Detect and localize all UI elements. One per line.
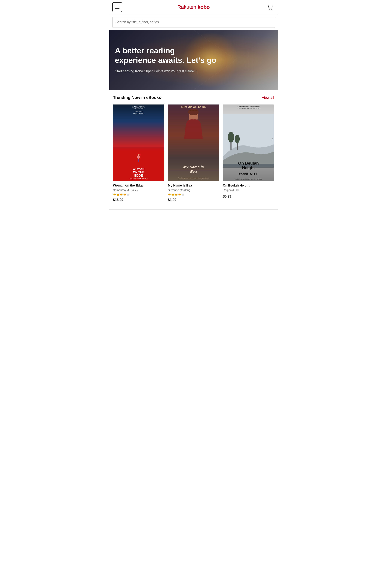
book-author-1: Samantha M. Bailey	[113, 189, 164, 191]
book-price-3: $0.99	[223, 195, 274, 198]
book-cover-taglines-1: SHE GAVE YOU HER BABY AND THEN SHE JUMPE…	[113, 106, 164, 115]
trending-section: Trending Now in eBooks View all SHE GAVE…	[109, 90, 278, 206]
trending-header: Trending Now in eBooks View all	[113, 95, 274, 100]
svg-rect-14	[139, 156, 140, 158]
svg-point-25	[235, 135, 240, 143]
star-1-1: ★	[113, 193, 116, 196]
menu-button[interactable]	[112, 2, 122, 12]
book-cover-3-award-text: CWA DIAMOND DAGGER-WINNING AUTHOR	[223, 178, 274, 180]
view-all-link[interactable]: View all	[262, 96, 274, 100]
svg-rect-16	[139, 159, 139, 162]
svg-point-11	[138, 154, 140, 156]
book-cover-3: A NEW YORK TIMES NOTABLE BOOKA DALZIEL A…	[223, 105, 274, 181]
star-1-3: ★	[120, 193, 123, 196]
star-1-5: ★	[126, 193, 130, 196]
trending-title: Trending Now in eBooks	[113, 95, 161, 100]
svg-rect-12	[138, 156, 139, 159]
tagline-she-gave: SHE GAVE YOU	[113, 106, 164, 108]
tagline-she-jumped: SHE JUMPED	[113, 113, 164, 115]
book-cover-2-title-text: My Name isEva	[168, 165, 219, 174]
book-cover-2: SUZANNE GOLDRING My Name isEva Your tr	[168, 105, 219, 181]
svg-point-0	[269, 9, 270, 10]
book-cover-3-author-text: REGINALD HILL	[223, 173, 274, 176]
book-title-2: My Name is Eva	[168, 184, 219, 188]
svg-point-23	[228, 132, 234, 143]
book-cover-1: SHE GAVE YOU HER BABY AND THEN SHE JUMPE…	[113, 105, 164, 181]
books-row: SHE GAVE YOU HER BABY AND THEN SHE JUMPE…	[113, 105, 274, 202]
book-item-1[interactable]: SHE GAVE YOU HER BABY AND THEN SHE JUMPE…	[113, 105, 164, 202]
star-2-2: ★	[171, 193, 174, 196]
tagline-her-baby: HER BABY	[113, 108, 164, 110]
hero-subtitle-link[interactable]: Start earning Kobo Super Points with you…	[115, 69, 217, 74]
book-cover-2-author-label: SUZANNE GOLDRING	[168, 106, 219, 108]
rakuten-kobo-logo[interactable]: Rakuten kobo	[177, 4, 210, 10]
book-stars-2: ★ ★ ★ ★ ★	[168, 193, 219, 196]
silhouette-figure	[136, 153, 141, 163]
section-divider	[109, 209, 278, 210]
star-2-1: ★	[168, 193, 171, 196]
hero-subtitle-text: Start earning Kobo Super Points with you…	[115, 69, 195, 73]
book-author-2: Suzanne Goldring	[168, 189, 219, 191]
search-input[interactable]	[113, 17, 275, 27]
star-2-4: ★	[178, 193, 181, 196]
book-price-2: $1.99	[168, 198, 219, 202]
book-cover-2-tagline-text: Your trust pays a terrible price for kee…	[168, 177, 219, 179]
book-stars-1: ★ ★ ★ ★ ★	[113, 193, 164, 196]
svg-point-1	[271, 9, 272, 10]
svg-rect-10	[219, 45, 253, 75]
portrait-figure	[182, 109, 205, 139]
svg-rect-9	[223, 49, 248, 71]
menu-icon-line2	[115, 7, 120, 7]
landscape-scene	[223, 114, 274, 168]
book-item-3[interactable]: A NEW YORK TIMES NOTABLE BOOKA DALZIEL A…	[223, 105, 274, 198]
book-title-1: Woman on the Edge	[113, 184, 164, 188]
book-cover-1-title-text: WOMANON THEEDGE	[115, 168, 163, 177]
book-author-3: Reginald Hill	[223, 189, 274, 191]
logo-container: Rakuten kobo	[122, 4, 265, 10]
book-item-2[interactable]: SUZANNE GOLDRING My Name isEva Your tr	[168, 105, 219, 202]
search-bar-container	[112, 17, 275, 28]
chevron-right-icon: ›	[271, 136, 273, 142]
hero-chevron-icon: ›	[196, 69, 197, 73]
book-cover-1-author-text: SAMANTHA M. BAILEY	[115, 178, 163, 180]
menu-icon-line1	[115, 6, 120, 6]
menu-icon-line3	[115, 8, 120, 9]
cart-button[interactable]	[265, 2, 275, 12]
rakuten-text: Rakuten	[177, 4, 196, 10]
star-2-5: ★	[182, 193, 184, 196]
book-cover-3-title-text: On BeulahHeight	[223, 161, 274, 170]
next-arrow-button[interactable]: ›	[268, 133, 276, 144]
cart-icon	[267, 4, 273, 10]
hero-title: A better reading experience awaits. Let'…	[115, 46, 217, 65]
book-cover-1-text-block: WOMANON THEEDGE SAMANTHA M. BAILEY	[113, 166, 164, 181]
star-1-2: ★	[117, 193, 120, 196]
tagline-and-then: AND THEN	[113, 111, 164, 113]
star-2-3: ★	[175, 193, 178, 196]
star-1-4: ★	[123, 193, 126, 196]
book-price-1: $13.99	[113, 198, 164, 202]
book-title-3: On Beulah Height	[223, 184, 274, 188]
svg-rect-15	[138, 159, 139, 162]
book-cover-3-top-text: A NEW YORK TIMES NOTABLE BOOKA DALZIEL A…	[223, 106, 274, 110]
kobo-bold-text: kobo	[198, 4, 210, 10]
header: Rakuten kobo	[109, 0, 278, 14]
hero-banner: A better reading experience awaits. Let'…	[109, 30, 278, 90]
svg-rect-13	[137, 156, 138, 158]
